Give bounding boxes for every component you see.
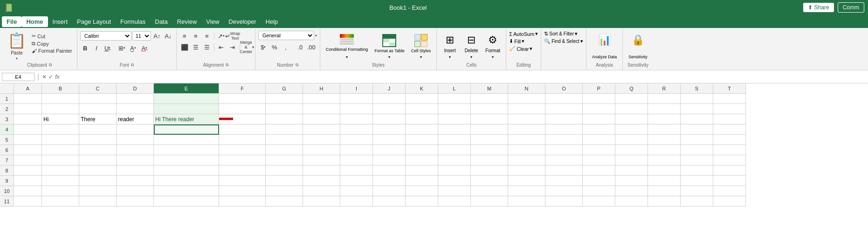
cell-a5[interactable] xyxy=(14,135,42,145)
font-size-select[interactable]: 11 xyxy=(132,31,151,41)
col-header-g[interactable]: G xyxy=(266,83,303,94)
cell-e3[interactable]: Hi There reader xyxy=(154,114,219,124)
cell-l5[interactable] xyxy=(438,135,471,145)
menu-item-review[interactable]: Review xyxy=(172,16,202,27)
cell-o2[interactable] xyxy=(545,104,583,114)
cell-c4[interactable] xyxy=(79,124,117,135)
cell-d4[interactable] xyxy=(117,124,154,135)
menu-item-formulas[interactable]: Formulas xyxy=(116,16,150,27)
cell-c5[interactable] xyxy=(79,135,117,145)
col-header-c[interactable]: C xyxy=(79,83,117,94)
format-button[interactable]: ⚙ Format ▾ xyxy=(482,31,503,61)
row-num-4[interactable]: 4 xyxy=(0,124,14,135)
row-num-8[interactable]: 8 xyxy=(0,165,14,176)
cell-s4[interactable] xyxy=(681,124,713,135)
format-as-table-button[interactable]: Format as Table ▾ xyxy=(372,31,407,61)
decrease-indent-button[interactable]: ⇤ xyxy=(216,42,227,52)
find-dropdown-icon[interactable]: ▾ xyxy=(580,38,583,44)
cell-b1[interactable] xyxy=(42,94,79,104)
cell-t5[interactable] xyxy=(713,135,746,145)
cell-c3[interactable]: There xyxy=(79,114,117,124)
cell-h1[interactable] xyxy=(303,94,340,104)
cell-i5[interactable] xyxy=(340,135,373,145)
cell-c1[interactable] xyxy=(79,94,117,104)
cell-m2[interactable] xyxy=(471,104,508,114)
fill-dropdown-icon[interactable]: ▾ xyxy=(522,38,524,44)
cell-o1[interactable] xyxy=(545,94,583,104)
cell-m4[interactable] xyxy=(471,124,508,135)
bold-button[interactable]: B xyxy=(80,43,90,53)
cell-h2[interactable] xyxy=(303,104,340,114)
cell-j4[interactable] xyxy=(373,124,406,135)
cell-styles-button[interactable]: Cell Styles ▾ xyxy=(408,31,434,61)
align-bottom-left-button[interactable]: ⬛ xyxy=(179,42,190,52)
col-header-f[interactable]: F xyxy=(219,83,266,94)
decrease-decimal-button[interactable]: .0 xyxy=(295,42,305,52)
align-bottom-right-button[interactable]: ☰ xyxy=(202,42,212,52)
cell-s3[interactable] xyxy=(681,114,713,124)
cell-e1[interactable] xyxy=(154,94,219,104)
align-top-right-button[interactable]: ≡ xyxy=(202,31,212,41)
font-family-select[interactable]: Calibri xyxy=(80,31,131,41)
cell-s2[interactable] xyxy=(681,104,713,114)
cell-o5[interactable] xyxy=(545,135,583,145)
cut-button[interactable]: ✂ Cut xyxy=(30,33,74,40)
cell-f2[interactable] xyxy=(219,104,266,114)
cell-l1[interactable] xyxy=(438,94,471,104)
cell-g4[interactable] xyxy=(266,124,303,135)
merge-center-button[interactable]: Merge & Center ▾ xyxy=(242,42,252,52)
cell-b4[interactable] xyxy=(42,124,79,135)
confirm-formula-icon[interactable]: ✓ xyxy=(48,74,53,80)
share-button[interactable]: ⬆ Share xyxy=(803,3,834,12)
increase-font-size-button[interactable]: A↑ xyxy=(152,31,162,41)
col-header-p[interactable]: P xyxy=(583,83,615,94)
comma-button[interactable]: , xyxy=(281,42,291,52)
col-header-b[interactable]: B xyxy=(42,83,79,94)
increase-indent-button[interactable]: ⇥ xyxy=(227,42,238,52)
menu-item-data[interactable]: Data xyxy=(150,16,172,27)
cell-m1[interactable] xyxy=(471,94,508,104)
currency-button[interactable]: $▾ xyxy=(258,42,269,52)
menu-item-developer[interactable]: Developer xyxy=(224,16,261,27)
paste-dropdown-icon[interactable]: ▾ xyxy=(16,56,18,61)
formula-input[interactable] xyxy=(62,73,867,81)
col-header-i[interactable]: I xyxy=(340,83,373,94)
cell-l3[interactable] xyxy=(438,114,471,124)
cell-j5[interactable] xyxy=(373,135,406,145)
row-num-5[interactable]: 5 xyxy=(0,135,14,145)
menu-item-pagelayout[interactable]: Page Layout xyxy=(72,16,116,27)
format-painter-button[interactable]: 🖌 Format Painter xyxy=(30,48,74,54)
cell-o4[interactable] xyxy=(545,124,583,135)
paste-button[interactable]: 📋 Paste ▾ xyxy=(5,31,29,62)
cell-g2[interactable] xyxy=(266,104,303,114)
cell-d1[interactable] xyxy=(117,94,154,104)
cell-b5[interactable] xyxy=(42,135,79,145)
cell-k5[interactable] xyxy=(406,135,438,145)
align-top-left-button[interactable]: ≡ xyxy=(179,31,190,41)
menu-item-home[interactable]: Home xyxy=(21,16,48,27)
cell-l4[interactable] xyxy=(438,124,471,135)
col-header-r[interactable]: R xyxy=(648,83,681,94)
cell-n2[interactable] xyxy=(508,104,545,114)
cell-k2[interactable] xyxy=(406,104,438,114)
name-box[interactable] xyxy=(2,73,34,81)
font-expand-icon[interactable]: ⧉ xyxy=(131,62,134,68)
cell-b3[interactable]: Hi xyxy=(42,114,79,124)
increase-decimal-button[interactable]: .00 xyxy=(306,42,317,52)
cell-e4[interactable] xyxy=(154,124,219,135)
cell-i4[interactable] xyxy=(340,124,373,135)
col-header-q[interactable]: Q xyxy=(615,83,648,94)
font-color-button[interactable]: A▾ xyxy=(139,43,150,53)
col-header-k[interactable]: K xyxy=(406,83,438,94)
col-header-n[interactable]: N xyxy=(508,83,545,94)
cell-p1[interactable] xyxy=(583,94,615,104)
align-top-center-button[interactable]: ≡ xyxy=(191,31,201,41)
clear-dropdown-icon[interactable]: ▾ xyxy=(530,46,532,52)
cell-a3[interactable] xyxy=(14,114,42,124)
sort-dropdown-icon[interactable]: ▾ xyxy=(575,31,578,37)
col-header-a[interactable]: A xyxy=(14,83,42,94)
clipboard-expand-icon[interactable]: ⧉ xyxy=(49,62,52,68)
cell-k4[interactable] xyxy=(406,124,438,135)
borders-button[interactable]: ⊞▾ xyxy=(117,43,127,53)
cell-s1[interactable] xyxy=(681,94,713,104)
